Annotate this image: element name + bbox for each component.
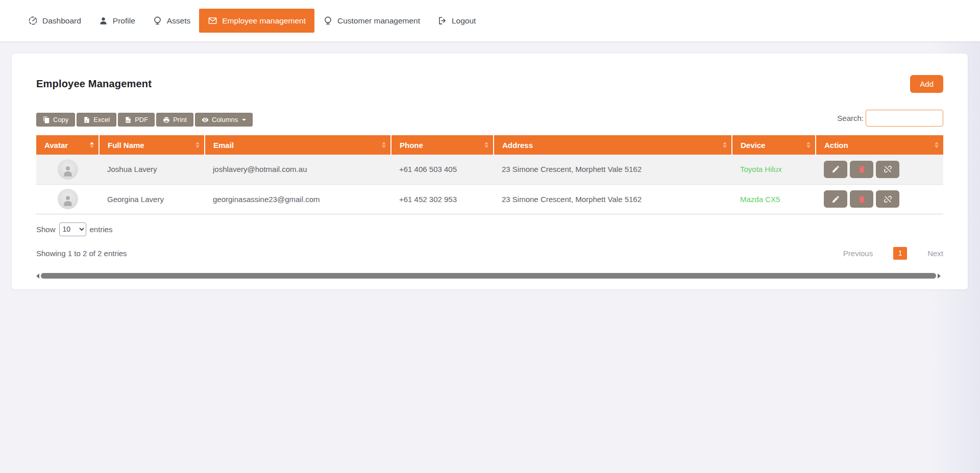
employee-table: Avatar Full Name Email Phone Address	[36, 135, 943, 214]
add-button[interactable]: Add	[910, 75, 943, 93]
table-header-row: Avatar Full Name Email Phone Address	[36, 135, 943, 155]
sort-icon	[195, 142, 200, 148]
sort-icon	[90, 142, 94, 148]
unlink-button[interactable]	[876, 161, 899, 178]
avatar-cell	[36, 184, 99, 214]
chevron-down-icon	[242, 119, 246, 121]
column-header-address[interactable]: Address	[494, 135, 732, 155]
nav-item-profile[interactable]: Profile	[90, 9, 144, 33]
print-icon	[163, 116, 170, 123]
nav-label: Dashboard	[42, 16, 81, 26]
nav-label: Assets	[167, 16, 191, 26]
sort-icon	[382, 142, 386, 148]
pencil-icon	[831, 165, 840, 173]
copy-button[interactable]: Copy	[36, 113, 75, 127]
search-input[interactable]	[866, 110, 943, 127]
scrollbar-thumb[interactable]	[41, 273, 936, 279]
show-label: Show	[36, 225, 56, 234]
employee-management-card: Employee Management Add Copy x Excel PDF…	[12, 54, 968, 289]
avatar-cell	[36, 155, 99, 184]
phone-cell: +61 406 503 405	[391, 155, 494, 184]
excel-button[interactable]: x Excel	[77, 113, 116, 127]
page-title: Employee Management	[36, 78, 152, 90]
column-header-action[interactable]: Action	[816, 135, 943, 155]
scroll-left-arrow-icon[interactable]	[36, 273, 39, 279]
action-cell	[816, 184, 943, 214]
svg-text:x: x	[86, 119, 87, 122]
copy-icon	[43, 116, 50, 123]
table-row: Joshua Lavery joshlavery@hotmail.com.au …	[36, 155, 943, 184]
avatar	[58, 189, 78, 209]
column-header-full-name[interactable]: Full Name	[99, 135, 205, 155]
phone-cell: +61 452 302 953	[391, 184, 494, 214]
user-icon	[99, 16, 108, 26]
top-navbar: Dashboard Profile Assets Employee manage…	[0, 0, 980, 41]
next-page-button[interactable]: Next	[927, 249, 943, 258]
nav-item-customer-management[interactable]: Customer management	[314, 9, 429, 33]
sort-icon	[484, 142, 488, 148]
sort-icon	[935, 142, 939, 148]
column-header-avatar[interactable]: Avatar	[36, 135, 99, 155]
edit-button[interactable]	[824, 190, 847, 208]
device-cell: Mazda CX5	[732, 184, 816, 214]
tachometer-icon	[28, 16, 38, 26]
nav-label: Logout	[452, 16, 476, 26]
device-cell: Toyota Hilux	[732, 155, 816, 184]
full-name-cell: Joshua Lavery	[99, 155, 205, 184]
page-size-select[interactable]: 10	[59, 222, 86, 236]
svg-text:PDF: PDF	[126, 120, 130, 122]
pdf-button[interactable]: PDF PDF	[118, 113, 155, 127]
sign-out-icon	[437, 16, 447, 26]
column-header-device[interactable]: Device	[732, 135, 816, 155]
globe-icon	[323, 16, 333, 26]
nav-item-dashboard[interactable]: Dashboard	[19, 9, 90, 33]
file-excel-icon: x	[83, 116, 90, 123]
unlink-button[interactable]	[876, 190, 899, 208]
horizontal-scrollbar	[36, 273, 943, 279]
columns-button[interactable]: Columns	[195, 113, 253, 127]
address-cell: 23 Simone Crescent, Morphett Vale 5162	[494, 155, 732, 184]
trash-icon	[857, 165, 866, 173]
nav-label: Customer management	[337, 16, 420, 26]
current-page-button[interactable]: 1	[893, 247, 907, 260]
table-toolbar: Copy x Excel PDF PDF Print Columns Searc…	[36, 110, 943, 127]
sort-icon	[806, 142, 811, 148]
nav-item-employee-management[interactable]: Employee management	[199, 9, 314, 33]
email-cell: georginasassine23@gmail.com	[205, 184, 391, 214]
unlink-icon	[884, 165, 892, 173]
table-row: Georgina Lavery georginasassine23@gmail.…	[36, 184, 943, 214]
nav-item-assets[interactable]: Assets	[144, 9, 200, 33]
unlink-icon	[884, 195, 892, 204]
delete-button[interactable]	[850, 161, 873, 178]
nav-label: Employee management	[222, 16, 306, 26]
sort-icon	[723, 142, 727, 148]
search-label: Search:	[837, 114, 864, 122]
avatar	[58, 159, 78, 180]
nav-label: Profile	[113, 16, 135, 26]
full-name-cell: Georgina Lavery	[99, 184, 205, 214]
print-button[interactable]: Print	[156, 113, 193, 127]
nav-item-logout[interactable]: Logout	[429, 9, 484, 33]
envelope-icon	[208, 16, 217, 26]
globe-icon	[153, 16, 162, 26]
scroll-right-arrow-icon[interactable]	[938, 273, 941, 279]
edit-button[interactable]	[824, 161, 847, 178]
file-pdf-icon: PDF	[125, 116, 132, 123]
column-header-email[interactable]: Email	[205, 135, 391, 155]
address-cell: 23 Simone Crescent, Morphett Vale 5162	[494, 184, 732, 214]
previous-page-button[interactable]: Previous	[843, 249, 873, 258]
entries-label: entries	[90, 225, 113, 234]
action-cell	[816, 155, 943, 184]
delete-button[interactable]	[850, 190, 873, 208]
email-cell: joshlavery@hotmail.com.au	[205, 155, 391, 184]
export-button-group: Copy x Excel PDF PDF Print Columns	[36, 113, 253, 127]
eye-icon	[202, 116, 209, 123]
pagination: Previous 1 Next	[843, 247, 943, 260]
column-header-phone[interactable]: Phone	[391, 135, 494, 155]
entries-summary: Showing 1 to 2 of 2 entries	[36, 249, 127, 258]
trash-icon	[857, 195, 866, 204]
pencil-icon	[831, 195, 840, 204]
